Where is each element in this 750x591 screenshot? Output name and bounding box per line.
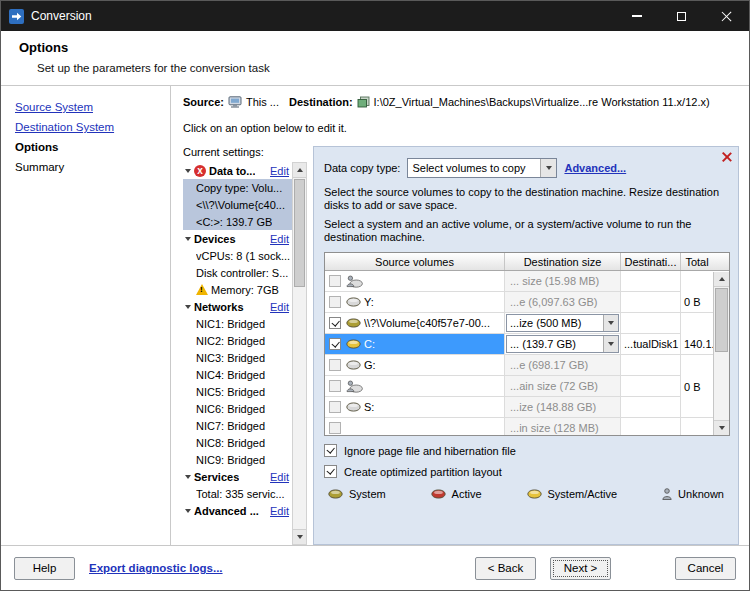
settings-item-c-139-7-gb[interactable]: <C:>: 139.7 GB <box>183 213 292 230</box>
destination-size-select[interactable]: ...ize (500 MB) <box>506 314 619 332</box>
scroll-down-icon[interactable] <box>714 420 729 435</box>
advanced-link[interactable]: Advanced... <box>564 162 626 174</box>
chevron-down-icon[interactable] <box>540 159 556 177</box>
legend-label: System <box>349 488 386 500</box>
settings-item-nic9-bridged[interactable]: NIC9: Bridged <box>183 451 292 468</box>
checkbox[interactable] <box>324 465 337 478</box>
destination-disk-cell: ...tualDisk1 <box>621 334 681 355</box>
settings-item-nic5-bridged[interactable]: NIC5: Bridged <box>183 383 292 400</box>
volume-label: \\?\Volume{c40f57e7-00... <box>364 317 490 329</box>
settings-item-total-335-servic[interactable]: Total: 335 servic... <box>183 485 292 502</box>
setting-label: NIC7: Bridged <box>196 420 265 432</box>
cancel-button[interactable]: Cancel <box>675 557 736 580</box>
scroll-track[interactable] <box>293 178 306 529</box>
expander-icon[interactable] <box>185 509 191 513</box>
scroll-up-icon[interactable] <box>714 272 729 287</box>
volume-row-g[interactable]: G:...e (698.17 GB) <box>325 355 713 376</box>
minimize-button[interactable] <box>614 1 659 31</box>
volume-row-6[interactable]: ...ain size (72 GB)0 B <box>325 376 713 397</box>
settings-item-devices[interactable]: DevicesEdit <box>183 230 292 247</box>
volume-checkbox[interactable] <box>329 338 341 350</box>
scroll-thumb[interactable] <box>294 179 305 287</box>
volume-checkbox[interactable] <box>329 422 341 434</box>
disk-icon <box>346 360 361 370</box>
edit-link[interactable]: Edit <box>266 165 292 177</box>
destination-size-select[interactable]: ... (139.7 GB) <box>506 335 619 353</box>
scroll-thumb[interactable] <box>715 288 728 352</box>
sidebar-item-destination-system[interactable]: Destination System <box>15 119 170 135</box>
volume-row-volume-c40f57e7-00[interactable]: \\?\Volume{c40f57e7-00......ize (500 MB) <box>325 313 713 334</box>
expander-icon[interactable] <box>185 475 191 479</box>
settings-item-nic3-bridged[interactable]: NIC3: Bridged <box>183 349 292 366</box>
settings-item-nic6-bridged[interactable]: NIC6: Bridged <box>183 400 292 417</box>
scroll-up-icon[interactable] <box>293 163 306 178</box>
setting-label: NIC5: Bridged <box>196 386 265 398</box>
expander-icon[interactable] <box>185 237 191 241</box>
option-create-optimized-partition-layout[interactable]: Create optimized partition layout <box>324 465 730 478</box>
option-ignore-page-file-and-hibernation-file[interactable]: Ignore page file and hibernation file <box>324 444 730 457</box>
volume-row-c[interactable]: C:... (139.7 GB)...tualDisk1140.1... <box>325 334 713 355</box>
settings-item-vcpus-8-1-sock[interactable]: vCPUs: 8 (1 sock... <box>183 247 292 264</box>
warning-icon <box>196 284 208 295</box>
checkbox[interactable] <box>324 444 337 457</box>
settings-item-services[interactable]: ServicesEdit <box>183 468 292 485</box>
volume-checkbox[interactable] <box>329 296 341 308</box>
column-header-destination-size[interactable]: Destination size <box>505 253 621 270</box>
setting-label: vCPUs: 8 (1 sock... <box>196 250 290 262</box>
expander-icon[interactable] <box>185 169 191 173</box>
scroll-track[interactable] <box>714 287 729 420</box>
expander-icon[interactable] <box>185 305 191 309</box>
data-copy-type-select[interactable]: Select volumes to copy <box>407 158 557 178</box>
settings-item-volume-c40[interactable]: <\\?\Volume{c40... <box>183 196 292 213</box>
table-scrollbar[interactable] <box>713 272 729 435</box>
maximize-button[interactable] <box>659 1 704 31</box>
column-header-source-volumes[interactable]: Source volumes <box>325 253 505 270</box>
settings-item-nic4-bridged[interactable]: NIC4: Bridged <box>183 366 292 383</box>
settings-item-memory-7gb[interactable]: Memory: 7GB <box>183 281 292 298</box>
next-button[interactable]: Next > <box>550 557 611 580</box>
volume-checkbox[interactable] <box>329 380 341 392</box>
destination-size-cell: ... (139.7 GB) <box>505 334 621 355</box>
volume-row-y[interactable]: Y:...e (6,097.63 GB)0 B <box>325 292 713 313</box>
export-logs-link[interactable]: Export diagnostic logs... <box>89 562 223 574</box>
help-button[interactable]: Help <box>14 557 75 580</box>
settings-item-nic1-bridged[interactable]: NIC1: Bridged <box>183 315 292 332</box>
settings-item-data-to[interactable]: xData to...Edit <box>183 162 292 179</box>
close-button[interactable] <box>704 1 749 31</box>
chevron-down-icon[interactable] <box>603 315 618 331</box>
volume-checkbox[interactable] <box>329 275 341 287</box>
setting-label: NIC8: Bridged <box>196 437 265 449</box>
panel-close-button[interactable] <box>720 150 733 163</box>
source-volume-cell: \\?\Volume{c40f57e7-00... <box>325 313 505 334</box>
sidebar-item-source-system[interactable]: Source System <box>15 99 170 115</box>
sysactive-disk-icon <box>346 339 361 349</box>
total-cell: 0 B <box>681 376 713 397</box>
edit-link[interactable]: Edit <box>266 505 292 517</box>
volume-checkbox[interactable] <box>329 317 341 329</box>
edit-link[interactable]: Edit <box>266 233 292 245</box>
volume-row-s[interactable]: S:...ize (148.88 GB) <box>325 397 713 418</box>
settings-item-networks[interactable]: NetworksEdit <box>183 298 292 315</box>
settings-item-nic8-bridged[interactable]: NIC8: Bridged <box>183 434 292 451</box>
volume-row-8[interactable]: ...in size (128 MB) <box>325 418 713 435</box>
back-button[interactable]: < Back <box>475 557 536 580</box>
volume-checkbox[interactable] <box>329 401 341 413</box>
scroll-down-icon[interactable] <box>293 529 306 544</box>
settings-item-disk-controller-s[interactable]: Disk controller: S... <box>183 264 292 281</box>
volume-checkbox[interactable] <box>329 359 341 371</box>
column-header-total[interactable]: Total <box>681 253 713 270</box>
settings-item-nic2-bridged[interactable]: NIC2: Bridged <box>183 332 292 349</box>
unknown-person-icon <box>662 488 672 500</box>
settings-scrollbar[interactable] <box>292 162 307 545</box>
page-subtitle: Set up the parameters for the conversion… <box>37 62 749 74</box>
settings-item-copy-type-volu[interactable]: Copy type: Volu... <box>183 179 292 196</box>
volume-row-1[interactable]: ... size (15.98 MB) <box>325 271 713 292</box>
chevron-down-icon[interactable] <box>603 336 618 352</box>
column-header-destinati[interactable]: Destinati... <box>621 253 681 270</box>
edit-link[interactable]: Edit <box>266 301 292 313</box>
edit-link[interactable]: Edit <box>266 471 292 483</box>
settings-item-advanced[interactable]: Advanced ...Edit <box>183 502 292 519</box>
settings-item-nic7-bridged[interactable]: NIC7: Bridged <box>183 417 292 434</box>
setting-label: Data to... <box>209 165 255 177</box>
source-volume-cell: Y: <box>325 292 505 313</box>
